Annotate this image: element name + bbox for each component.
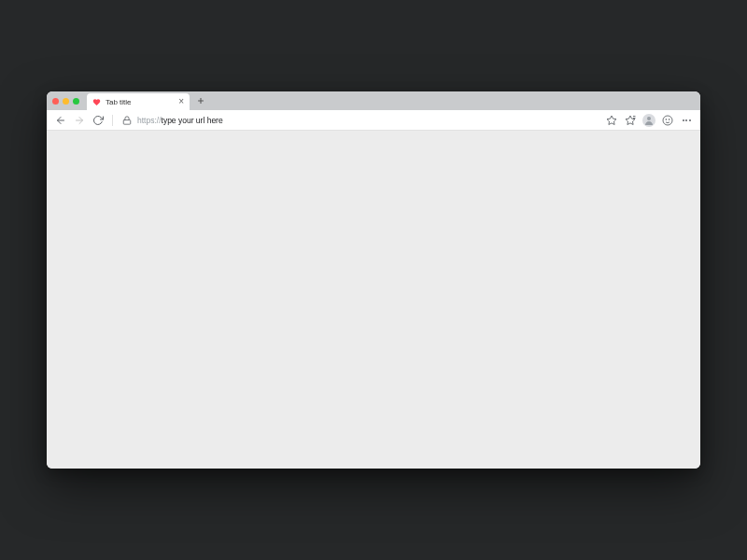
svg-point-10 [663, 116, 672, 125]
browser-window: Tab title × https://type your url here [47, 91, 700, 469]
url-protocol: https:// [137, 116, 162, 125]
maximize-window-button[interactable] [73, 98, 79, 105]
favorites-list-button[interactable] [624, 114, 637, 127]
lock-icon [122, 116, 132, 125]
address-bar[interactable]: https://type your url here [119, 113, 603, 128]
url-value: type your url here [162, 116, 223, 125]
heart-icon [92, 98, 101, 106]
svg-rect-4 [123, 119, 131, 124]
toolbar: https://type your url here [47, 110, 700, 131]
more-icon [683, 119, 691, 121]
more-options-button[interactable] [680, 114, 693, 127]
page-content [47, 131, 700, 469]
svg-point-11 [666, 119, 667, 119]
toolbar-divider [112, 115, 113, 126]
svg-point-12 [669, 119, 669, 119]
url-text[interactable]: https://type your url here [137, 116, 599, 125]
favorite-button[interactable] [605, 114, 618, 127]
back-button[interactable] [52, 112, 69, 129]
window-controls [52, 98, 79, 105]
refresh-button[interactable] [90, 112, 106, 129]
svg-marker-5 [607, 116, 616, 125]
feedback-button[interactable] [661, 114, 674, 127]
svg-marker-6 [626, 116, 635, 125]
forward-button[interactable] [71, 112, 88, 129]
tab-bar: Tab title × [47, 91, 700, 110]
close-tab-button[interactable]: × [178, 97, 184, 106]
toolbar-right-icons [605, 114, 695, 127]
profile-button[interactable] [642, 114, 655, 127]
close-window-button[interactable] [52, 98, 59, 105]
new-tab-button[interactable] [193, 93, 208, 108]
tab-title: Tab title [106, 98, 174, 106]
browser-tab[interactable]: Tab title × [87, 93, 190, 110]
minimize-window-button[interactable] [63, 98, 69, 105]
svg-point-9 [647, 117, 651, 120]
